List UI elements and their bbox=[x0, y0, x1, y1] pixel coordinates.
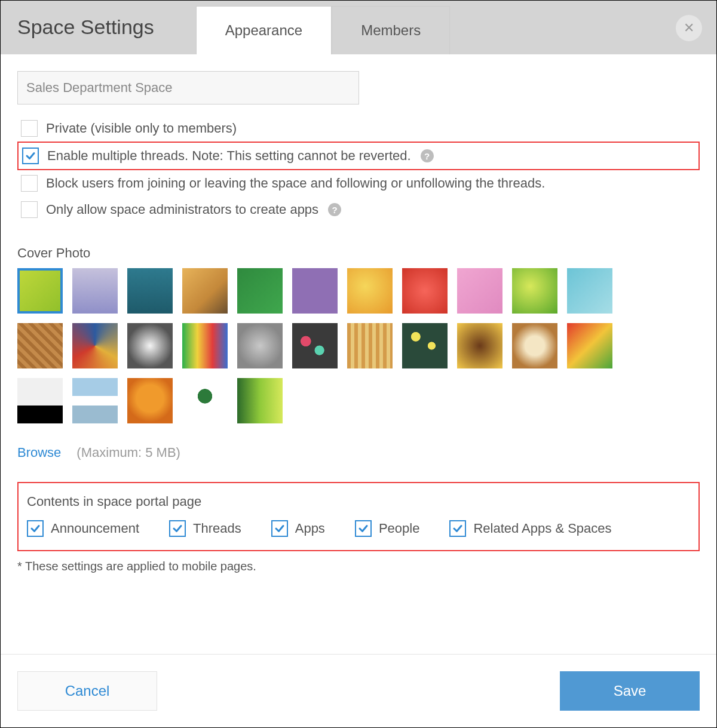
option-label: Block users from joining or leaving the … bbox=[46, 176, 545, 191]
help-icon[interactable]: ? bbox=[421, 149, 434, 162]
cover-photo-option[interactable] bbox=[457, 268, 502, 314]
cover-photo-option[interactable] bbox=[292, 268, 338, 314]
option-row: Only allow space administrators to creat… bbox=[17, 196, 700, 223]
option-label: Enable multiple threads. Note: This sett… bbox=[47, 148, 411, 164]
portal-checkbox[interactable] bbox=[449, 520, 466, 537]
tab-members[interactable]: Members bbox=[332, 6, 450, 54]
portal-item: Announcement bbox=[27, 520, 139, 537]
portal-checkbox[interactable] bbox=[169, 520, 186, 537]
dialog-title: Space Settings bbox=[17, 16, 196, 54]
cover-photo-option[interactable] bbox=[237, 268, 283, 314]
cover-photo-option[interactable] bbox=[402, 323, 448, 368]
dialog-body: Sales Department Space Private (visible … bbox=[1, 54, 716, 573]
portal-checkbox[interactable] bbox=[355, 520, 372, 537]
portal-item: Threads bbox=[169, 520, 241, 537]
dialog-header: Space Settings Appearance Members ✕ bbox=[1, 1, 716, 54]
option-row: Block users from joining or leaving the … bbox=[17, 170, 700, 196]
cover-photo-option[interactable] bbox=[127, 378, 173, 423]
cover-photo-option[interactable] bbox=[292, 323, 338, 368]
cover-photo-option[interactable] bbox=[402, 268, 448, 314]
portal-item: People bbox=[355, 520, 420, 537]
option-checkbox[interactable] bbox=[21, 175, 38, 192]
browse-hint: (Maximum: 5 MB) bbox=[76, 445, 180, 460]
cover-photo-option[interactable] bbox=[72, 268, 118, 314]
cover-photo-label: Cover Photo bbox=[17, 245, 700, 261]
cover-photo-option[interactable] bbox=[17, 268, 63, 314]
tab-appearance[interactable]: Appearance bbox=[196, 6, 332, 54]
space-name-input[interactable]: Sales Department Space bbox=[17, 71, 359, 105]
option-label: Private (visible only to members) bbox=[46, 121, 237, 136]
portal-item-label: Announcement bbox=[51, 521, 139, 536]
option-checkbox[interactable] bbox=[21, 201, 38, 218]
cover-photo-option[interactable] bbox=[512, 268, 557, 314]
portal-item-label: People bbox=[379, 521, 420, 536]
option-row: Private (visible only to members) bbox=[17, 115, 700, 142]
cover-photo-option[interactable] bbox=[127, 323, 173, 368]
cover-photo-option[interactable] bbox=[347, 268, 393, 314]
cancel-button[interactable]: Cancel bbox=[17, 671, 157, 711]
browse-link[interactable]: Browse bbox=[17, 445, 61, 460]
portal-item-label: Threads bbox=[193, 521, 241, 536]
portal-item: Apps bbox=[271, 520, 325, 537]
cover-photo-option[interactable] bbox=[237, 323, 283, 368]
cover-photo-option[interactable] bbox=[567, 268, 612, 314]
portal-checkbox[interactable] bbox=[27, 520, 44, 537]
portal-item-label: Apps bbox=[295, 521, 325, 536]
dialog-footer: Cancel Save bbox=[1, 654, 716, 727]
cover-photo-option[interactable] bbox=[72, 323, 118, 368]
cover-photo-option[interactable] bbox=[72, 378, 118, 423]
cover-photo-option[interactable] bbox=[512, 323, 557, 368]
browse-row: Browse (Maximum: 5 MB) bbox=[17, 445, 700, 460]
cover-photo-option[interactable] bbox=[457, 323, 502, 368]
cover-photo-option[interactable] bbox=[127, 268, 173, 314]
cover-photo-option[interactable] bbox=[237, 378, 283, 423]
help-icon[interactable]: ? bbox=[328, 203, 341, 216]
cover-photo-option[interactable] bbox=[182, 268, 228, 314]
cover-photo-option[interactable] bbox=[182, 378, 228, 423]
cover-photo-grid bbox=[17, 268, 639, 423]
cover-photo-option[interactable] bbox=[17, 323, 63, 368]
portal-item-label: Related Apps & Spaces bbox=[473, 521, 611, 536]
cover-photo-option[interactable] bbox=[567, 323, 612, 368]
close-icon: ✕ bbox=[684, 20, 694, 36]
portal-contents-section: Contents in space portal page Announceme… bbox=[17, 482, 700, 551]
option-row: Enable multiple threads. Note: This sett… bbox=[17, 142, 700, 170]
close-button[interactable]: ✕ bbox=[676, 15, 702, 41]
portal-item: Related Apps & Spaces bbox=[449, 520, 611, 537]
option-label: Only allow space administrators to creat… bbox=[46, 202, 318, 217]
space-name-value: Sales Department Space bbox=[26, 80, 173, 96]
cover-photo-option[interactable] bbox=[17, 378, 63, 423]
cover-photo-option[interactable] bbox=[182, 323, 228, 368]
mobile-note: * These settings are applied to mobile p… bbox=[17, 560, 700, 573]
cover-photo-option[interactable] bbox=[347, 323, 393, 368]
portal-contents-title: Contents in space portal page bbox=[27, 494, 690, 509]
option-checkbox[interactable] bbox=[21, 120, 38, 137]
portal-checkbox[interactable] bbox=[271, 520, 288, 537]
option-checkbox[interactable] bbox=[22, 148, 39, 164]
save-button[interactable]: Save bbox=[560, 671, 700, 711]
